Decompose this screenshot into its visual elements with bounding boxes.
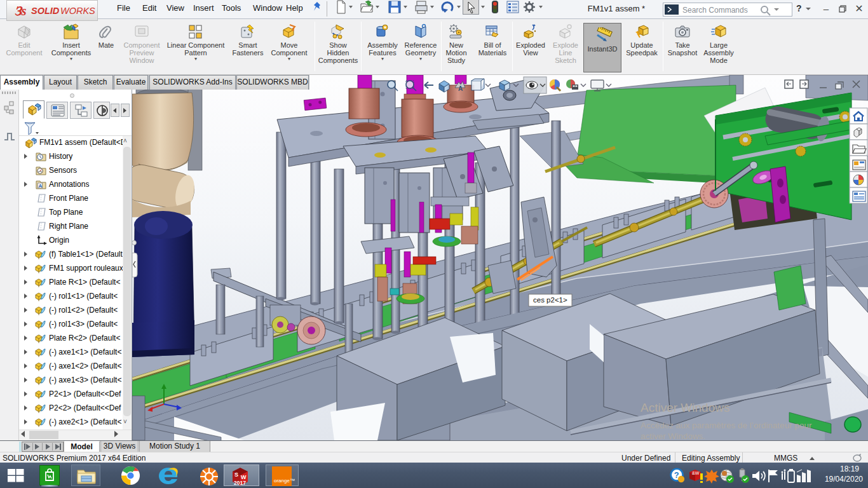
svg-text:2017: 2017 (234, 480, 246, 486)
svg-text:&W: &W (692, 471, 700, 475)
svg-text:S: S (234, 471, 238, 478)
svg-text:A: A (39, 183, 43, 189)
svg-text:activer Windows.: activer Windows. (641, 431, 705, 440)
svg-text:A: A (458, 85, 463, 92)
svg-text:Accédez aux paramètres de l’or: Accédez aux paramètres de l’ordinateur p… (641, 421, 812, 430)
svg-text:Ɜs: Ɜs (15, 4, 27, 18)
svg-text:SOLID: SOLID (31, 6, 60, 16)
svg-text:Activer Windows: Activer Windows (641, 401, 729, 414)
svg-text:WORKS: WORKS (60, 6, 95, 16)
svg-text:ces p2<1>: ces p2<1> (533, 296, 567, 304)
